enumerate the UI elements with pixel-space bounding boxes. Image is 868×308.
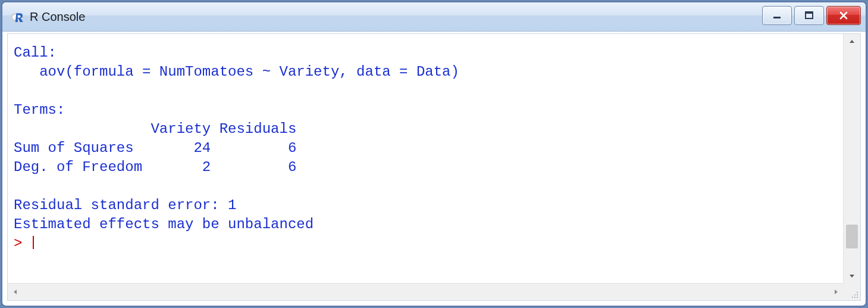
svg-point-9 bbox=[854, 297, 856, 298]
close-button[interactable] bbox=[826, 6, 861, 25]
scroll-left-arrow-icon[interactable] bbox=[8, 284, 23, 300]
output-line: Call: bbox=[14, 45, 57, 61]
scroll-down-arrow-icon[interactable] bbox=[844, 268, 860, 284]
output-line: Residual standard error: 1 bbox=[14, 197, 236, 213]
resize-grip-icon[interactable] bbox=[850, 290, 858, 298]
svg-point-8 bbox=[852, 297, 853, 298]
output-line: Deg. of Freedom 2 6 bbox=[14, 159, 296, 175]
window-controls bbox=[762, 6, 861, 25]
maximize-icon bbox=[804, 11, 814, 20]
text-cursor bbox=[33, 236, 34, 249]
scroll-corner bbox=[844, 284, 860, 300]
scroll-thumb[interactable] bbox=[846, 225, 858, 248]
vertical-scrollbar[interactable] bbox=[843, 34, 860, 284]
console-text: Call: aov(formula = NumTomatoes ~ Variet… bbox=[14, 43, 838, 253]
svg-point-10 bbox=[857, 297, 858, 298]
output-line: Sum of Squares 24 6 bbox=[14, 140, 296, 156]
prompt: > bbox=[14, 235, 31, 251]
close-icon bbox=[839, 11, 848, 20]
console-output[interactable]: Call: aov(formula = NumTomatoes ~ Variet… bbox=[8, 34, 844, 284]
content-area: Call: aov(formula = NumTomatoes ~ Variet… bbox=[7, 33, 861, 301]
r-logo-icon bbox=[10, 9, 25, 24]
scroll-up-arrow-icon[interactable] bbox=[844, 34, 860, 49]
svg-point-5 bbox=[857, 292, 858, 293]
svg-rect-4 bbox=[806, 12, 813, 14]
window-frame: R Console Call: aov(formula = Num bbox=[1, 1, 867, 307]
maximize-button[interactable] bbox=[794, 6, 824, 25]
output-line: Variety Residuals bbox=[14, 121, 296, 137]
output-line: Estimated effects may be unbalanced bbox=[14, 216, 314, 232]
svg-rect-2 bbox=[773, 17, 781, 18]
horizontal-scrollbar[interactable] bbox=[8, 283, 844, 300]
titlebar[interactable]: R Console bbox=[2, 2, 866, 32]
minimize-button[interactable] bbox=[762, 6, 792, 25]
svg-point-6 bbox=[854, 294, 856, 295]
output-line: Terms: bbox=[14, 102, 65, 118]
window-title: R Console bbox=[30, 10, 85, 24]
output-line: aov(formula = NumTomatoes ~ Variety, dat… bbox=[14, 64, 459, 80]
minimize-icon bbox=[772, 11, 782, 20]
svg-point-7 bbox=[857, 294, 858, 295]
scroll-right-arrow-icon[interactable] bbox=[828, 284, 844, 300]
